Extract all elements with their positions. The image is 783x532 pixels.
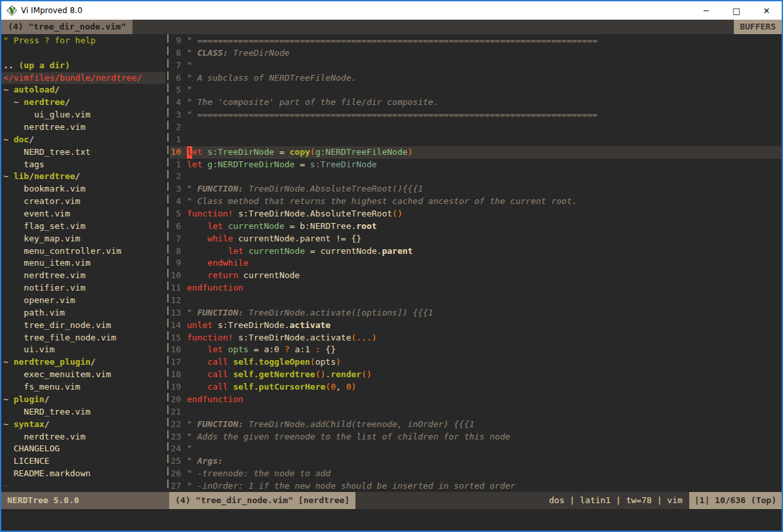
tree-row[interactable]: ~ nerdtree_plugin/ xyxy=(1,356,165,369)
code-line[interactable]: 7" xyxy=(170,60,782,72)
tree-row[interactable]: " Press ? for help xyxy=(1,35,165,47)
line-number: 4 xyxy=(170,195,187,208)
tree-row[interactable]: nerdtree.vim xyxy=(1,270,165,282)
tree-row[interactable]: README.markdown xyxy=(1,468,165,480)
code-line[interactable]: 4" The 'composite' part of the file/dir … xyxy=(170,96,782,109)
tree-row[interactable]: menu_item.vim xyxy=(1,257,165,270)
maximize-button[interactable]: □ xyxy=(721,1,752,20)
code-line[interactable]: 24" xyxy=(170,443,782,455)
code-line[interactable]: 21 xyxy=(170,406,782,419)
code-line[interactable]: 8 let currentNode = currentNode.parent xyxy=(170,245,782,258)
tree-row[interactable]: ~ doc/ xyxy=(1,134,165,146)
line-number: 27 xyxy=(170,480,187,492)
code-line[interactable]: 4" Class method that returns the highest… xyxy=(170,195,782,208)
tab-active-tree-dir-node[interactable]: (4) "tree_dir_node.vim" xyxy=(1,20,132,34)
line-number: 6 xyxy=(170,220,187,233)
tree-row[interactable]: NERD_tree.vim xyxy=(1,406,165,419)
tab-buffers[interactable]: BUFFERS xyxy=(734,20,782,34)
code-line[interactable]: 26" -treenode: the node to add xyxy=(170,468,782,480)
code-line[interactable]: 5" xyxy=(170,84,782,96)
line-number: 26 xyxy=(170,468,187,480)
code-line[interactable]: 27" -inOrder: 1 if the new node should b… xyxy=(170,480,782,492)
nerdtree-rows: " Press ? for help.. (up a dir)</vimfile… xyxy=(1,35,165,492)
tree-row[interactable]: ~ plugin/ xyxy=(1,394,165,406)
line-number: 3 xyxy=(170,183,187,195)
tree-row[interactable]: ~ nerdtree/ xyxy=(1,96,165,109)
line-number: 14 xyxy=(170,319,187,332)
tree-row[interactable]: ~ lib/nerdtree/ xyxy=(1,171,165,183)
line-number: 12 xyxy=(170,295,187,307)
tree-row[interactable]: nerdtree.vim xyxy=(1,431,165,443)
line-number: 1 xyxy=(170,134,187,146)
code-line[interactable]: 20endfunction xyxy=(170,394,782,406)
code-line[interactable]: 22" FUNCTION: TreeDirNode.addChild(treen… xyxy=(170,419,782,431)
code-line[interactable]: 1let g:NERDTreeDirNode = s:TreeDirNode xyxy=(170,159,782,171)
tree-row[interactable]: path.vim xyxy=(1,307,165,319)
close-button[interactable]: ✕ xyxy=(752,1,782,20)
code-line[interactable]: 6" A subclass of NERDTreeFileNode. xyxy=(170,72,782,85)
code-line[interactable]: 12 xyxy=(170,295,782,307)
code-line[interactable]: 9 endwhile xyxy=(170,257,782,270)
code-line[interactable]: 23" Adds the given treenode to the list … xyxy=(170,431,782,443)
nerdtree-panel: " Press ? for help.. (up a dir)</vimfile… xyxy=(1,34,165,492)
code-line[interactable]: 17 call self.toggleOpen(opts) xyxy=(170,356,782,369)
titlebar[interactable]: Vi IMproved 8.0 ─ □ ✕ xyxy=(1,1,782,20)
tree-row[interactable]: flag_set.vim xyxy=(1,220,165,233)
code-line[interactable]: 3" =====================================… xyxy=(170,109,782,121)
code-line-cursor[interactable]: 10let s:TreeDirNode = copy(g:NERDTreeFil… xyxy=(170,146,782,159)
tree-row[interactable]: fs_menu.vim xyxy=(1,381,165,394)
code-line[interactable]: 5function! s:TreeDirNode.AbsoluteTreeRoo… xyxy=(170,208,782,220)
tree-row[interactable]: .. (up a dir) xyxy=(1,60,165,72)
tree-row[interactable]: creator.vim xyxy=(1,195,165,208)
tree-row[interactable]: tags xyxy=(1,159,165,171)
tree-row[interactable]: nerdtree.vim xyxy=(1,121,165,134)
code-line[interactable]: 11endfunction xyxy=(170,282,782,295)
code-line[interactable]: 25" Args: xyxy=(170,455,782,468)
code-line[interactable]: 9" =====================================… xyxy=(170,35,782,47)
tree-row-selected-path[interactable]: </vimfiles/bundle/nerdtree/ xyxy=(1,72,165,85)
tree-row[interactable]: event.vim xyxy=(1,208,165,220)
code-line[interactable]: 19 call self.putCursorHere(0, 0) xyxy=(170,381,782,394)
tree-row[interactable]: bookmark.vim xyxy=(1,183,165,195)
code-line[interactable]: 10 return currentNode xyxy=(170,270,782,282)
code-line[interactable]: 7 while currentNode.parent != {} xyxy=(170,233,782,245)
code-line[interactable]: 18 call self.getNerdtree().render() xyxy=(170,369,782,381)
line-number: 7 xyxy=(170,60,187,72)
tree-row[interactable]: tree_dir_node.vim xyxy=(1,319,165,332)
tree-row[interactable]: notifier.vim xyxy=(1,282,165,295)
window-separator[interactable] xyxy=(165,34,170,492)
code-line[interactable]: 14unlet s:TreeDirNode.activate xyxy=(170,319,782,332)
tree-row[interactable]: tree_file_node.vim xyxy=(1,332,165,344)
code-line[interactable]: 16 let opts = a:0 ? a:1 : {} xyxy=(170,344,782,356)
tree-row[interactable]: ~ xyxy=(1,480,165,492)
line-number: 2 xyxy=(170,171,187,183)
line-number: 19 xyxy=(170,381,187,394)
tree-row[interactable]: exec_menuitem.vim xyxy=(1,369,165,381)
tree-row[interactable]: ui_glue.vim xyxy=(1,109,165,121)
code-line[interactable]: 2 xyxy=(170,171,782,183)
code-line[interactable]: 13" FUNCTION: TreeDirNode.activate([opti… xyxy=(170,307,782,319)
minimize-button[interactable]: ─ xyxy=(691,1,721,20)
line-number: 9 xyxy=(170,257,187,270)
code-line[interactable]: 15function! s:TreeDirNode.activate(...) xyxy=(170,332,782,344)
code-line[interactable]: 8" CLASS: TreeDirNode xyxy=(170,47,782,60)
code-line[interactable]: 2 xyxy=(170,121,782,134)
command-line[interactable] xyxy=(1,509,782,531)
tree-row[interactable]: menu_controller.vim xyxy=(1,245,165,258)
tree-row[interactable]: ui.vim xyxy=(1,344,165,356)
tree-row[interactable]: ~ autoload/ xyxy=(1,84,165,96)
line-number: 20 xyxy=(170,394,187,406)
code-line[interactable]: 6 let currentNode = b:NERDTree.root xyxy=(170,220,782,233)
tree-row[interactable]: NERD_tree.txt xyxy=(1,146,165,159)
tree-row[interactable] xyxy=(1,47,165,60)
tabline-fill xyxy=(132,20,734,34)
code-line[interactable]: 3" FUNCTION: TreeDirNode.AbsoluteTreeRoo… xyxy=(170,183,782,195)
tree-row[interactable]: CHANGELOG xyxy=(1,443,165,455)
tree-row[interactable]: opener.vim xyxy=(1,295,165,307)
tree-row[interactable]: LICENCE xyxy=(1,455,165,468)
statusline: NERDTree 5.0.0 (4) "tree_dir_node.vim" [… xyxy=(1,492,782,509)
line-number: 3 xyxy=(170,109,187,121)
code-line[interactable]: 1 xyxy=(170,134,782,146)
tree-row[interactable]: key_map.vim xyxy=(1,233,165,245)
tree-row[interactable]: ~ syntax/ xyxy=(1,419,165,431)
